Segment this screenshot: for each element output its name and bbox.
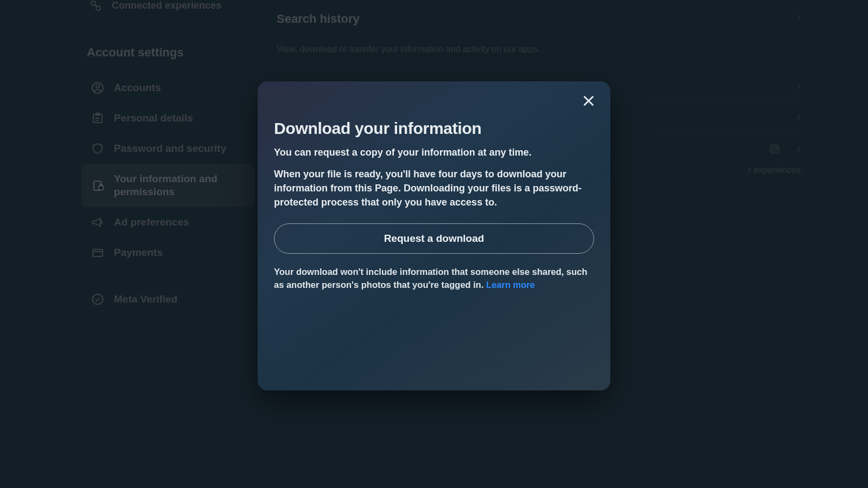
modal-body-text: When your file is ready, you'll have fou… (274, 167, 594, 209)
download-info-modal: Download your information You can reques… (258, 81, 610, 390)
modal-intro-text: You can request a copy of your informati… (274, 145, 594, 159)
modal-footnote-text: Your download won't include information … (274, 267, 588, 290)
learn-more-link[interactable]: Learn more (486, 280, 535, 290)
close-icon (582, 94, 596, 108)
modal-overlay: Download your information You can reques… (0, 0, 868, 488)
close-button[interactable] (579, 91, 598, 111)
modal-footnote: Your download won't include information … (274, 266, 594, 292)
request-download-button[interactable]: Request a download (274, 223, 594, 254)
modal-title: Download your information (274, 119, 594, 138)
